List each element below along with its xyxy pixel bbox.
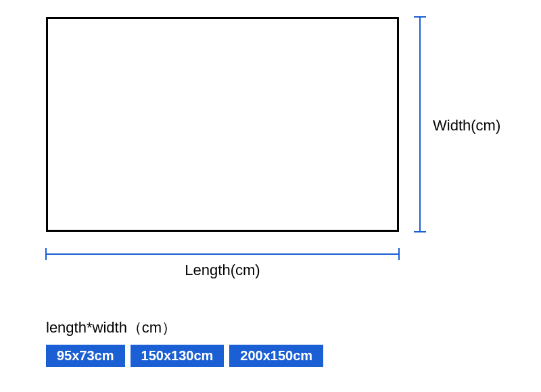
size-options-section: length*width（cm） 95x73cm 150x130cm 200x1… [46, 318, 323, 367]
length-dimension-line [46, 253, 399, 255]
width-dimension-cap-bottom [414, 231, 426, 232]
size-option-0[interactable]: 95x73cm [46, 345, 125, 367]
size-options-title: length*width（cm） [46, 318, 323, 338]
dimension-diagram: Width(cm) Length(cm) [46, 17, 506, 301]
length-dimension-cap-right [398, 248, 400, 260]
width-label: Width(cm) [433, 117, 500, 134]
size-option-1[interactable]: 150x130cm [131, 345, 225, 367]
width-dimension-line [419, 17, 421, 232]
size-options-row: 95x73cm 150x130cm 200x150cm [46, 345, 323, 367]
length-dimension-cap-left [45, 248, 47, 260]
rectangle-outline [46, 17, 399, 232]
size-option-2[interactable]: 200x150cm [229, 345, 323, 367]
width-dimension-cap-top [414, 16, 426, 18]
length-label: Length(cm) [46, 262, 399, 279]
